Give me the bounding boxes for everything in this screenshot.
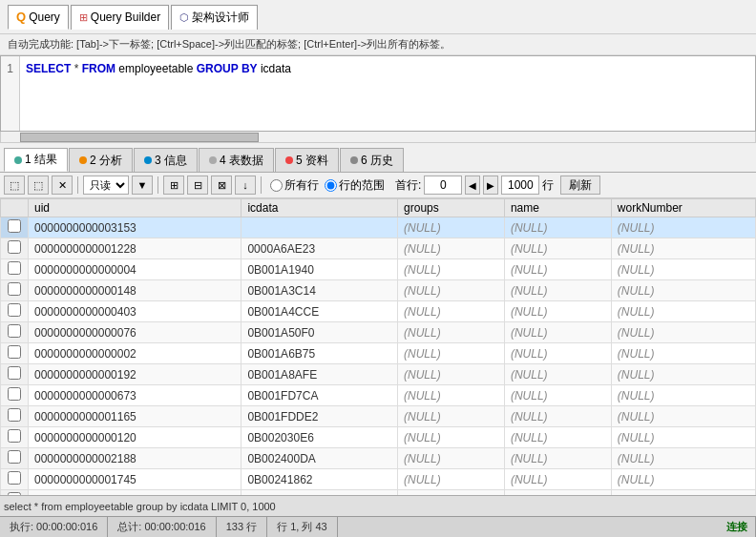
table-row[interactable]: 00000000000001480B001A3C14(NULL)(NULL)(N… <box>1 280 756 301</box>
cell-name: (NULL) <box>504 427 611 448</box>
cell-workNumber: (NULL) <box>611 448 755 469</box>
prev-page-btn[interactable]: ◀ <box>465 176 480 195</box>
editor-scrollbar[interactable] <box>0 132 756 143</box>
radio-range-label[interactable]: 行的范围 <box>325 177 385 194</box>
rtb-btn-1[interactable]: ⬚ <box>4 176 25 195</box>
table-header-row: uid icdata groups name workNumber <box>1 199 756 217</box>
table-row[interactable]: 00000000000000020B001A6B75(NULL)(NULL)(N… <box>1 343 756 364</box>
cell-name: (NULL) <box>504 301 611 322</box>
radio-all-text: 所有行 <box>284 177 319 194</box>
result-tab-4[interactable]: 4 表数据 <box>199 148 274 172</box>
radio-all[interactable] <box>270 179 283 192</box>
rows-input[interactable]: 1000 <box>501 176 539 195</box>
editor-scrollbar-thumb[interactable] <box>20 133 259 142</box>
result-tab-1-dot <box>14 156 22 164</box>
row-checkbox[interactable] <box>7 366 22 380</box>
rows-label: 行 <box>542 177 554 194</box>
first-row-input[interactable]: 0 <box>424 176 462 195</box>
data-table-wrapper[interactable]: uid icdata groups name workNumber 000000… <box>0 198 756 495</box>
table-row[interactable]: 00000000000021880B002400DA(NULL)(NULL)(N… <box>1 448 756 469</box>
row-checkbox-cell <box>1 343 29 364</box>
result-tab-4-dot <box>209 156 217 164</box>
table-row[interactable]: 00000000000011650B001FDDE2(NULL)(NULL)(N… <box>1 406 756 427</box>
cell-icdata: 0B001A50F0 <box>242 322 398 343</box>
radio-range[interactable] <box>325 179 337 192</box>
row-checkbox[interactable] <box>7 282 22 296</box>
cell-workNumber: (NULL) <box>611 301 755 322</box>
tab-schema[interactable]: ⬡ 架构设计师 <box>171 5 258 30</box>
rtb-btn-5[interactable]: ⊞ <box>163 176 184 195</box>
table-row[interactable]: 00000000000012280000A6AE23(NULL)(NULL)(N… <box>1 238 756 259</box>
cell-groups: (NULL) <box>398 364 505 385</box>
next-page-btn[interactable]: ▶ <box>483 176 498 195</box>
separator-1 <box>77 176 78 194</box>
cell-groups: (NULL) <box>398 238 505 259</box>
row-checkbox[interactable] <box>7 261 22 275</box>
row-checkbox[interactable] <box>7 429 22 443</box>
rtb-btn-8[interactable]: ↓ <box>235 176 256 195</box>
cell-uid: 0000000000000192 <box>29 364 242 385</box>
rtb-btn-4[interactable]: ▼ <box>132 176 153 195</box>
table-row[interactable]: 00000000000000040B001A1940(NULL)(NULL)(N… <box>1 259 756 280</box>
result-tab-3-label: 3 信息 <box>155 153 187 169</box>
row-checkbox-cell <box>1 469 29 490</box>
exec-time-label: 执行: 00:00:00:016 <box>10 520 97 534</box>
rtb-btn-6[interactable]: ⊟ <box>187 176 208 195</box>
result-tab-6[interactable]: 6 历史 <box>340 148 404 172</box>
row-checkbox[interactable] <box>7 240 22 254</box>
result-tab-2-label: 2 分析 <box>90 153 122 169</box>
cell-uid: 0000000000003153 <box>29 217 242 238</box>
result-toolbar: ⬚ ⬚ ✕ 只读 ▼ ⊞ ⊟ ⊠ ↓ 所有行 行的范围 <box>0 173 756 198</box>
rtb-btn-2[interactable]: ⬚ <box>28 176 49 195</box>
rtb-btn-3[interactable]: ✕ <box>52 176 73 195</box>
tab-query[interactable]: Q Query <box>8 5 69 30</box>
result-tab-3-dot <box>144 156 152 164</box>
refresh-button[interactable]: 刷新 <box>560 176 600 195</box>
table-row[interactable]: 00000000000004030B001A4CCE(NULL)(NULL)(N… <box>1 301 756 322</box>
result-tab-3[interactable]: 3 信息 <box>134 148 198 172</box>
cell-uid: 0000000000000002 <box>29 343 242 364</box>
row-checkbox[interactable] <box>7 450 22 464</box>
table-row[interactable]: 00000000000006730B001FD7CA(NULL)(NULL)(N… <box>1 385 756 406</box>
table-row[interactable]: 00000000000001200B002030E6(NULL)(NULL)(N… <box>1 427 756 448</box>
cell-icdata: 0B002400DA <box>242 448 398 469</box>
table-row[interactable]: 00000000000001920B001A8AFE(NULL)(NULL)(N… <box>1 364 756 385</box>
row-checkbox[interactable] <box>7 219 22 233</box>
row-checkbox[interactable] <box>7 408 22 422</box>
col-header-icdata[interactable]: icdata <box>242 199 398 217</box>
radio-all-label[interactable]: 所有行 <box>270 177 319 194</box>
tab-query-builder[interactable]: ⊞ Query Builder <box>71 5 169 30</box>
row-checkbox[interactable] <box>7 387 22 401</box>
rtb-btn-7[interactable]: ⊠ <box>211 176 232 195</box>
line-number-1: 1 <box>7 60 13 77</box>
cell-icdata: 0B001FDDE2 <box>242 406 398 427</box>
status-sql-bar: select * from employeetable group by icd… <box>0 495 756 516</box>
result-tab-6-label: 6 历史 <box>361 153 393 169</box>
cell-uid: 0000000000000076 <box>29 322 242 343</box>
col-header-name[interactable]: name <box>504 199 611 217</box>
result-tab-1[interactable]: 1 结果 <box>4 148 68 172</box>
radio-group: 所有行 行的范围 <box>270 177 385 194</box>
result-tab-2[interactable]: 2 分析 <box>69 148 133 172</box>
table-row[interactable]: 0000000000003153(NULL)(NULL)(NULL) <box>1 217 756 238</box>
row-checkbox[interactable] <box>7 303 22 317</box>
mode-select[interactable]: 只读 <box>83 176 129 195</box>
row-checkbox[interactable] <box>7 324 22 338</box>
hint-text: 自动完成功能: [Tab]->下一标签; [Ctrl+Space]->列出匹配的… <box>8 38 451 50</box>
sql-content[interactable]: SELECT * FROM employeetable GROUP BY icd… <box>20 56 755 131</box>
cell-uid: 0000000000001228 <box>29 238 242 259</box>
col-header-workNumber[interactable]: workNumber <box>611 199 755 217</box>
col-header-groups[interactable]: groups <box>398 199 505 217</box>
sql-editor[interactable]: 1 SELECT * FROM employeetable GROUP BY i… <box>0 55 756 132</box>
result-tab-5[interactable]: 5 资料 <box>275 148 339 172</box>
row-checkbox[interactable] <box>7 471 22 485</box>
cell-uid: 0000000000000148 <box>29 280 242 301</box>
table-row[interactable]: 00000000000017450B00241862(NULL)(NULL)(N… <box>1 469 756 490</box>
result-tab-6-dot <box>350 156 358 164</box>
table-row[interactable]: 00000000000000760B001A50F0(NULL)(NULL)(N… <box>1 322 756 343</box>
col-header-uid[interactable]: uid <box>29 199 242 217</box>
cell-icdata: 0B001FD7CA <box>242 385 398 406</box>
row-checkbox[interactable] <box>7 345 22 359</box>
schema-icon: ⬡ <box>179 11 189 24</box>
cell-groups: (NULL) <box>398 280 505 301</box>
